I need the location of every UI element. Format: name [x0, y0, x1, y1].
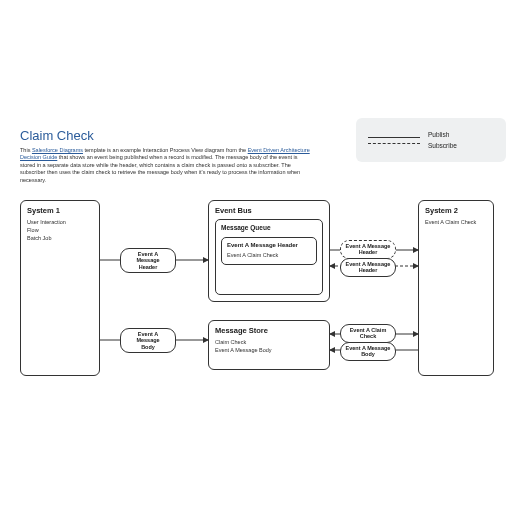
message-store-box[interactable]: Message Store Claim Check Event A Messag… — [208, 320, 330, 370]
diagram-canvas: System 1 User Interaction Flow Batch Job… — [20, 200, 496, 416]
system-1-box[interactable]: System 1 User Interaction Flow Batch Job — [20, 200, 100, 376]
legend-labels: Publish Subscribe — [428, 129, 457, 151]
system-1-title: System 1 — [27, 206, 93, 215]
system-1-item: User Interaction — [27, 219, 93, 225]
message-queue-title: Message Queue — [221, 224, 317, 231]
system-2-title: System 2 — [425, 206, 487, 215]
legend-publish-label: Publish — [428, 129, 457, 140]
system-2-item: Event A Claim Check — [425, 219, 487, 225]
system-2-box[interactable]: System 2 Event A Claim Check — [418, 200, 494, 376]
conn-store-s2-pub-label: Event A Claim Check — [340, 324, 396, 343]
conn-bus-s2-sub-label: Event A Message Header — [340, 258, 396, 277]
conn-store-s2-sub-label: Event A Message Body — [340, 342, 396, 361]
event-bus-title: Event Bus — [215, 206, 323, 215]
legend-publish-line — [368, 137, 420, 138]
legend-lines — [368, 132, 420, 149]
event-bus-box[interactable]: Event Bus Message Queue Event A Message … — [208, 200, 330, 302]
conn-s1-store-label: Event A Message Body — [120, 328, 176, 353]
link-salesforce-diagrams[interactable]: Salesforce Diagrams — [32, 147, 83, 153]
header-block: Claim Check This Salesforce Diagrams tem… — [20, 128, 310, 184]
legend: Publish Subscribe — [356, 118, 506, 162]
legend-subscribe-line — [368, 143, 420, 144]
conn-bus-s2-pub-label: Event A Message Header — [340, 240, 396, 259]
system-1-item: Flow — [27, 227, 93, 233]
event-a-header-title: Event A Message Header — [227, 242, 311, 248]
diagram-title: Claim Check — [20, 128, 310, 143]
desc-text-3: that shows an event being published when… — [20, 154, 300, 182]
message-queue-box[interactable]: Message Queue Event A Message Header Eve… — [215, 219, 323, 295]
message-store-title: Message Store — [215, 326, 323, 335]
message-store-item: Claim Check — [215, 339, 323, 345]
desc-text-2: template is an example Interaction Proce… — [83, 147, 248, 153]
event-a-header-box[interactable]: Event A Message Header Event A Claim Che… — [221, 237, 317, 265]
legend-subscribe-label: Subscribe — [428, 140, 457, 151]
event-a-header-item: Event A Claim Check — [227, 252, 311, 258]
desc-text: This — [20, 147, 32, 153]
diagram-description: This Salesforce Diagrams template is an … — [20, 147, 310, 184]
conn-s1-bus-label: Event A Message Header — [120, 248, 176, 273]
system-1-item: Batch Job — [27, 235, 93, 241]
message-store-item: Event A Message Body — [215, 347, 323, 353]
